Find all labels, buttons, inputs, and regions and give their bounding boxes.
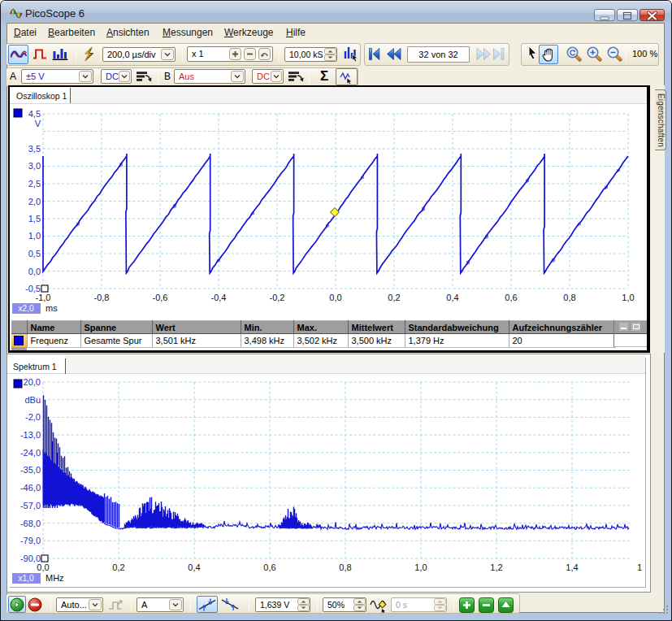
svg-text:-57,0: -57,0: [20, 501, 41, 510]
svg-text:0,0: 0,0: [37, 562, 49, 572]
svg-text:-24,0: -24,0: [20, 448, 41, 458]
svg-text:1: 1: [637, 562, 642, 572]
svg-text:3,0: 3,0: [28, 161, 41, 171]
svg-text:2,5: 2,5: [28, 179, 41, 189]
svg-text:0,2: 0,2: [112, 562, 124, 572]
svg-text:0,4: 0,4: [446, 293, 458, 302]
svg-text:0,6: 0,6: [263, 562, 275, 572]
svg-text:-0,4: -0,4: [211, 293, 227, 302]
svg-text:1,5: 1,5: [28, 214, 41, 224]
svg-text:1,2: 1,2: [490, 562, 502, 572]
svg-text:MHz: MHz: [46, 573, 64, 583]
svg-text:0,8: 0,8: [339, 562, 351, 572]
svg-text:ms: ms: [46, 303, 58, 313]
svg-text:-46,0: -46,0: [20, 483, 41, 493]
svg-text:-0,2: -0,2: [270, 293, 285, 302]
svg-text:0,5: 0,5: [28, 249, 41, 258]
svg-text:0,2: 0,2: [388, 293, 400, 302]
svg-text:-0,6: -0,6: [153, 293, 168, 302]
svg-text:x1,0: x1,0: [19, 574, 34, 583]
svg-text:-1,0: -1,0: [36, 293, 51, 302]
svg-text:0,6: 0,6: [505, 293, 517, 302]
svg-text:-0,8: -0,8: [94, 293, 110, 302]
svg-text:20,0: 20,0: [24, 377, 41, 387]
svg-text:0,0: 0,0: [28, 267, 41, 276]
svg-text:1,0: 1,0: [28, 231, 41, 241]
svg-text:0,4: 0,4: [188, 562, 200, 572]
svg-text:x2,0: x2,0: [19, 304, 34, 313]
svg-text:1,0: 1,0: [414, 562, 427, 572]
svg-text:-2,0: -2,0: [25, 412, 41, 422]
svg-text:3,5: 3,5: [28, 144, 41, 154]
svg-text:1,4: 1,4: [566, 562, 578, 572]
svg-text:0,0: 0,0: [329, 293, 341, 302]
svg-text:4,5: 4,5: [28, 109, 41, 119]
svg-text:-68,0: -68,0: [20, 519, 41, 528]
svg-text:1,0: 1,0: [622, 293, 634, 302]
svg-text:V: V: [35, 119, 41, 128]
svg-text:-13,0: -13,0: [20, 430, 41, 440]
svg-text:-79,0: -79,0: [20, 536, 41, 545]
svg-text:0,8: 0,8: [563, 293, 575, 302]
svg-text:2,0: 2,0: [28, 197, 41, 206]
svg-text:-35,0: -35,0: [20, 465, 41, 475]
svg-text:dBu: dBu: [24, 395, 41, 405]
